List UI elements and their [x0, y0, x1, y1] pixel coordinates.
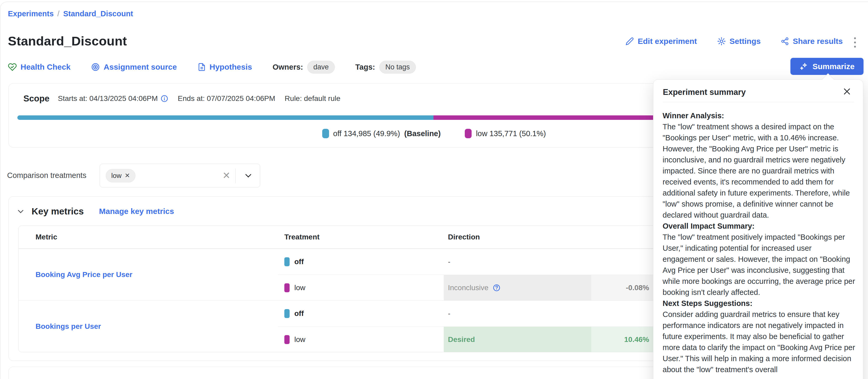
health-check-link[interactable]: Health Check — [8, 63, 70, 71]
legend-item-low: low 135,771 (50.1%) — [465, 129, 546, 138]
share-results-button[interactable]: Share results — [781, 37, 843, 46]
scope-header: Scope Starts at: 04/13/2025 04:06PM Ends… — [23, 94, 340, 104]
pencil-icon — [625, 37, 634, 45]
low-swatch — [284, 335, 289, 344]
scope-starts: Starts at: 04/13/2025 04:06PM — [58, 94, 168, 103]
metric-link-booking-avg-price[interactable]: Booking Avg Price per User — [35, 271, 132, 279]
experiment-summary-title: Experiment summary — [663, 88, 837, 97]
next-steps-body: Consider adding guardrail metrics to ens… — [662, 309, 856, 375]
experiment-page: Experiments / Standard_Discount Standard… — [0, 0, 868, 379]
winner-analysis-body: The "low" treatment shows a desired impa… — [662, 121, 856, 220]
off-swatch — [284, 309, 289, 318]
comparison-treatments-label: Comparison treatments — [7, 171, 86, 180]
hypothesis-link[interactable]: Hypothesis — [197, 63, 252, 71]
chevron-down-icon[interactable] — [246, 172, 252, 178]
tags-label: Tags: — [355, 63, 375, 71]
target-icon — [91, 63, 100, 71]
gear-icon — [717, 37, 726, 46]
breadcrumb-current-link[interactable]: Standard_Discount — [63, 9, 133, 18]
overall-impact-heading: Overall Impact Summary: — [662, 220, 856, 232]
direction-cell: - — [444, 249, 591, 275]
metric-link-bookings-per-user[interactable]: Bookings per User — [35, 322, 101, 331]
experiment-summary-panel: Experiment summary Winner Analysis: The … — [653, 79, 863, 379]
panel-body: Winner Analysis: The "low" treatment sho… — [662, 110, 856, 375]
meta-row: Health Check Assignment source Hypothesi… — [8, 59, 416, 75]
treatment-name: low — [294, 335, 305, 344]
assignment-source-label: Assignment source — [104, 63, 177, 71]
metric-column-header: Metric — [19, 233, 278, 241]
hypothesis-label: Hypothesis — [210, 63, 252, 71]
treatment-name: off — [294, 309, 304, 318]
off-swatch — [322, 129, 329, 138]
treatment-name: low — [294, 284, 305, 292]
tags-group: Tags: No tags — [355, 61, 416, 74]
sparkles-icon — [799, 62, 808, 71]
direction-cell-desired: Desired — [444, 326, 591, 352]
info-icon[interactable] — [160, 95, 168, 103]
scope-rule: Rule: default rule — [285, 94, 340, 103]
winner-analysis-heading: Winner Analysis: — [662, 110, 856, 121]
more-options-button[interactable] — [852, 36, 858, 49]
scope-ends: Ends at: 07/07/2025 04:06PM — [178, 94, 275, 103]
treatment-column-header: Treatment — [278, 233, 444, 241]
owners-group: Owners: dave — [273, 61, 335, 74]
direction-column-header: Direction — [444, 233, 591, 241]
chip-remove-icon[interactable]: ✕ — [125, 172, 130, 179]
key-metrics-title: Key metrics — [32, 206, 84, 216]
value-cell-desired: 10.46% — [591, 326, 654, 352]
header-actions: Edit experiment Settings Share results — [625, 37, 843, 46]
value-cell — [591, 249, 654, 275]
edit-experiment-label: Edit experiment — [638, 37, 697, 46]
settings-label: Settings — [730, 37, 761, 46]
value-cell-inconclusive: -0.08% — [591, 275, 654, 301]
help-icon[interactable] — [493, 284, 500, 292]
manage-key-metrics-link[interactable]: Manage key metrics — [99, 207, 174, 216]
share-icon — [781, 37, 789, 45]
health-check-label: Health Check — [21, 63, 70, 71]
direction-cell-inconclusive: Inconclusive — [444, 275, 591, 301]
document-icon — [197, 63, 206, 71]
low-swatch — [465, 129, 472, 138]
edit-experiment-button[interactable]: Edit experiment — [625, 37, 697, 46]
select-clear-icon[interactable]: ✕ — [222, 171, 230, 180]
summarize-button[interactable]: Summarize — [790, 58, 864, 75]
value-cell — [591, 301, 654, 326]
owner-pill[interactable]: dave — [307, 61, 335, 74]
assignment-source-link[interactable]: Assignment source — [91, 63, 177, 71]
treatment-chip-low[interactable]: low ✕ — [106, 169, 135, 182]
panel-caret — [822, 73, 834, 86]
overall-impact-body: The "low" treatment positively impacted … — [662, 232, 856, 298]
share-results-label: Share results — [793, 37, 843, 46]
summarize-label: Summarize — [812, 62, 855, 71]
settings-button[interactable]: Settings — [717, 37, 761, 46]
treatment-chip-label: low — [111, 172, 122, 180]
breadcrumb: Experiments / Standard_Discount — [8, 9, 133, 18]
breadcrumb-separator: / — [57, 9, 59, 18]
distribution-segment-off — [18, 115, 433, 120]
comparison-treatments-select[interactable]: low ✕ ✕ — [100, 164, 260, 187]
close-icon[interactable] — [842, 87, 853, 98]
scope-title: Scope — [23, 94, 50, 104]
heart-check-icon — [8, 63, 17, 71]
panel-divider — [663, 102, 854, 102]
breadcrumb-experiments-link[interactable]: Experiments — [8, 9, 54, 18]
legend-item-off: off 134,985 (49.9%) (Baseline) — [322, 129, 441, 138]
treatment-name: off — [294, 257, 304, 266]
owners-label: Owners: — [273, 63, 303, 71]
collapse-chevron-icon[interactable] — [18, 207, 23, 213]
low-swatch — [284, 283, 289, 292]
off-swatch — [284, 257, 289, 266]
next-steps-heading: Next Steps Suggestions: — [662, 298, 856, 309]
tags-pill[interactable]: No tags — [379, 61, 416, 74]
direction-cell: - — [444, 301, 591, 326]
page-title: Standard_Discount — [8, 34, 127, 48]
